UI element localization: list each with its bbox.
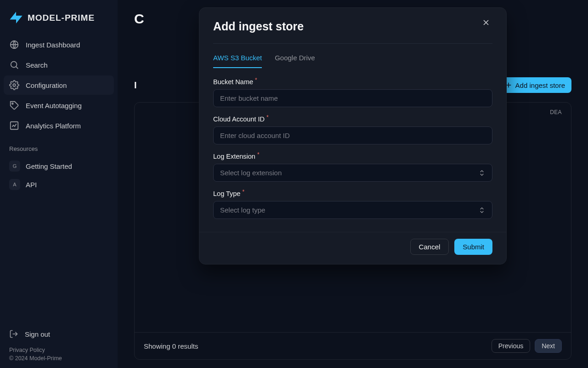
resource-badge: A bbox=[9, 179, 20, 190]
tag-icon bbox=[9, 100, 19, 110]
svg-point-2 bbox=[13, 84, 16, 86]
field-log-extension: Log Extension* Select log extension bbox=[213, 153, 492, 182]
field-label-text: Bucket Name bbox=[213, 78, 253, 86]
sidebar-item-ingest-dashboard[interactable]: Ingest Dashboard bbox=[4, 35, 114, 54]
copyright-text: © 2024 Model-Prime bbox=[9, 354, 108, 362]
required-marker: * bbox=[255, 77, 257, 84]
cloud-account-id-input[interactable] bbox=[213, 126, 492, 144]
sign-out-label: Sign out bbox=[25, 330, 50, 338]
select-placeholder: Select log extension bbox=[220, 169, 282, 177]
field-label-text: Cloud Account ID bbox=[213, 115, 265, 123]
modal-close-button[interactable] bbox=[480, 16, 492, 30]
sign-out-icon bbox=[9, 329, 18, 339]
gear-icon bbox=[9, 80, 19, 90]
modal-footer: Cancel Submit bbox=[199, 232, 506, 264]
sidebar-item-event-autotagging[interactable]: Event Autotagging bbox=[4, 96, 114, 115]
log-extension-select[interactable]: Select log extension bbox=[213, 164, 492, 182]
field-log-type: Log Type* Select log type bbox=[213, 190, 492, 219]
chevron-up-down-icon bbox=[478, 169, 486, 177]
sidebar-item-search[interactable]: Search bbox=[4, 55, 114, 75]
modal-title: Add ingest store bbox=[213, 20, 304, 33]
bucket-name-input[interactable] bbox=[213, 89, 492, 107]
select-placeholder: Select log type bbox=[220, 206, 265, 214]
chart-icon bbox=[9, 121, 19, 131]
required-marker: * bbox=[242, 189, 244, 196]
resource-api[interactable]: A API bbox=[7, 175, 110, 194]
sidebar: MODEL-PRIME Ingest Dashboard Search Conf… bbox=[0, 0, 118, 368]
field-bucket-name: Bucket Name* bbox=[213, 78, 492, 107]
resource-getting-started[interactable]: G Getting Started bbox=[7, 157, 110, 175]
modal-form: Bucket Name* Cloud Account ID* Log Exten… bbox=[199, 68, 506, 232]
cancel-button[interactable]: Cancel bbox=[410, 239, 449, 255]
search-icon bbox=[9, 60, 19, 70]
brand-name: MODEL-PRIME bbox=[28, 13, 95, 23]
resource-badge: G bbox=[9, 161, 20, 172]
privacy-link[interactable]: Privacy Policy bbox=[9, 346, 108, 354]
resource-label: API bbox=[26, 181, 37, 189]
svg-point-3 bbox=[12, 103, 13, 104]
sidebar-item-label: Configuration bbox=[26, 81, 67, 89]
main-content: C I ow deactivated Add ingest store LOG … bbox=[118, 0, 588, 368]
brand-mark-icon bbox=[8, 10, 24, 26]
add-ingest-store-modal: Add ingest store AWS S3 Bucket Google Dr… bbox=[199, 7, 507, 264]
sidebar-item-label: Search bbox=[26, 61, 48, 69]
sign-out-button[interactable]: Sign out bbox=[4, 325, 114, 343]
sidebar-item-label: Analytics Platform bbox=[26, 122, 81, 130]
resources-section: Resources G Getting Started A API bbox=[4, 144, 114, 194]
submit-button[interactable]: Submit bbox=[454, 239, 492, 255]
tab-google-drive[interactable]: Google Drive bbox=[275, 54, 315, 68]
resource-label: Getting Started bbox=[26, 162, 72, 170]
svg-point-1 bbox=[11, 62, 17, 68]
sidebar-item-label: Event Autotagging bbox=[26, 102, 82, 109]
sidebar-item-analytics-platform[interactable]: Analytics Platform bbox=[4, 116, 114, 135]
field-cloud-account-id: Cloud Account ID* bbox=[213, 115, 492, 144]
primary-nav: Ingest Dashboard Search Configuration Ev… bbox=[4, 35, 114, 135]
log-type-select[interactable]: Select log type bbox=[213, 201, 492, 219]
resources-heading: Resources bbox=[7, 144, 110, 157]
modal-overlay: Add ingest store AWS S3 Bucket Google Dr… bbox=[118, 0, 588, 368]
chevron-up-down-icon bbox=[478, 207, 486, 214]
sidebar-item-label: Ingest Dashboard bbox=[26, 41, 80, 49]
close-icon bbox=[481, 18, 491, 27]
tab-aws-s3[interactable]: AWS S3 Bucket bbox=[213, 54, 262, 68]
sidebar-footer: Privacy Policy © 2024 Model-Prime bbox=[4, 343, 114, 364]
globe-icon bbox=[9, 40, 19, 50]
field-label-text: Log Extension bbox=[213, 153, 255, 160]
required-marker: * bbox=[266, 114, 269, 121]
brand-logo: MODEL-PRIME bbox=[4, 6, 114, 35]
required-marker: * bbox=[257, 151, 260, 159]
field-label-text: Log Type bbox=[213, 190, 240, 197]
modal-tabs: AWS S3 Bucket Google Drive bbox=[199, 44, 506, 68]
sidebar-item-configuration[interactable]: Configuration bbox=[4, 75, 114, 95]
